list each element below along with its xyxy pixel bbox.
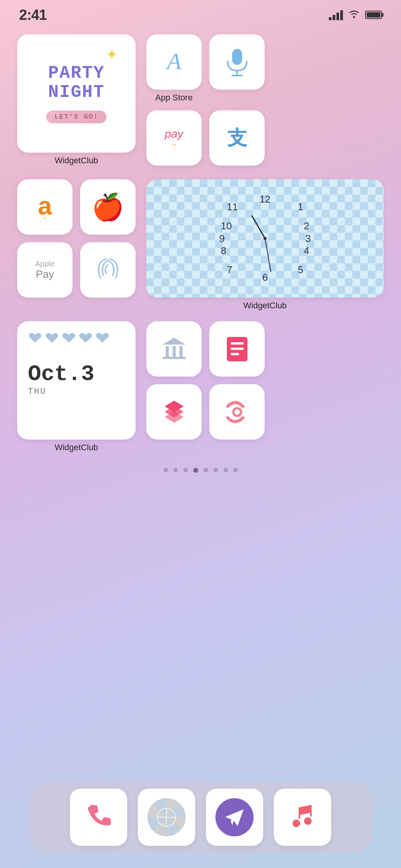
apple-pay-icon[interactable]: Apple Pay bbox=[17, 242, 73, 298]
clock-widget-label: WidgetClub bbox=[146, 301, 384, 311]
clock-4: 4 bbox=[304, 245, 309, 257]
dock-music-icon[interactable] bbox=[274, 789, 331, 846]
calendar-widget-icon[interactable]: Oct.3 THU bbox=[17, 321, 136, 440]
home-screen: ✦ PARTY NIGHT LET'S GO! WidgetClub bbox=[0, 27, 401, 494]
app-store-icon[interactable]: A bbox=[146, 34, 202, 90]
music-svg bbox=[287, 802, 318, 833]
capcut-item[interactable] bbox=[209, 384, 265, 440]
row2-top-icons: a ⌣ 🍎 bbox=[17, 179, 136, 235]
row1: ✦ PARTY NIGHT LET'S GO! WidgetClub bbox=[17, 34, 384, 169]
bank-item[interactable] bbox=[146, 321, 202, 377]
app-store-label: App Store bbox=[146, 93, 202, 103]
amazon-pay-item[interactable]: pay ⌣ bbox=[146, 110, 202, 169]
status-icons bbox=[329, 9, 382, 21]
clock-widget-icon[interactable]: 12 1 2 3 4 5 6 7 8 9 10 11 bbox=[146, 179, 384, 298]
svg-rect-2 bbox=[232, 49, 242, 65]
svg-rect-7 bbox=[173, 346, 176, 357]
clock-widget[interactable]: 12 1 2 3 4 5 6 7 8 9 10 11 bbox=[146, 179, 384, 311]
bank-svg bbox=[159, 334, 189, 364]
telegram-bg bbox=[215, 798, 254, 836]
buffer-item[interactable] bbox=[146, 384, 202, 440]
calendar-widget[interactable]: Oct.3 THU WidgetClub bbox=[17, 321, 136, 453]
amazon-smile: ⌣ bbox=[172, 140, 176, 148]
amazon-tilde: ⌣ bbox=[43, 214, 47, 221]
alipay-item[interactable]: 支 bbox=[209, 110, 265, 169]
row3-top-icons bbox=[146, 321, 384, 377]
clock-12: 12 bbox=[260, 193, 271, 205]
party-line2: NIGHT bbox=[46, 83, 106, 102]
status-time: 2:41 bbox=[19, 7, 47, 23]
dot-2 bbox=[173, 468, 178, 472]
heart3 bbox=[61, 332, 76, 344]
buffer-icon-el[interactable] bbox=[146, 384, 202, 440]
apple-support-icon[interactable]: 🍎 bbox=[80, 179, 136, 235]
left-2x2: a ⌣ 🍎 Apple bbox=[17, 179, 136, 311]
capcut-icon[interactable] bbox=[209, 384, 265, 440]
notes-icon[interactable] bbox=[209, 321, 265, 377]
clock-face: 12 1 2 3 4 5 6 7 8 9 10 11 bbox=[219, 193, 311, 284]
dock-telegram-icon[interactable] bbox=[206, 789, 263, 846]
apple-logo-symbol: 🍎 bbox=[92, 192, 124, 222]
widget-club-party-label: WidgetClub bbox=[17, 156, 136, 166]
widget-party-icon[interactable]: ✦ PARTY NIGHT LET'S GO! bbox=[17, 34, 136, 153]
heart5 bbox=[95, 332, 110, 344]
lets-go-text: LET'S GO! bbox=[54, 113, 98, 121]
appstore-svg: A bbox=[159, 47, 189, 77]
day-text: THU bbox=[28, 387, 94, 396]
dot-7 bbox=[223, 468, 228, 472]
date-text: Oct.3 bbox=[28, 363, 94, 385]
amazon-icon[interactable]: a ⌣ bbox=[17, 179, 73, 235]
row2: a ⌣ 🍎 Apple bbox=[17, 179, 384, 311]
app-store-item[interactable]: A App Store bbox=[146, 34, 202, 103]
apple-pay-item[interactable]: Apple Pay bbox=[17, 242, 73, 298]
heart2 bbox=[45, 332, 59, 344]
hour-hand bbox=[251, 215, 266, 239]
alipay-icon[interactable]: 支 bbox=[209, 110, 265, 166]
lets-go-badge: LET'S GO! bbox=[46, 111, 106, 124]
right-col-top: A App Store bbox=[146, 34, 384, 169]
heart1 bbox=[28, 332, 42, 344]
minute-hand bbox=[265, 238, 272, 272]
dock-safari-icon[interactable] bbox=[138, 789, 195, 846]
amazon-pay-icon[interactable]: pay ⌣ bbox=[146, 110, 202, 166]
svg-rect-11 bbox=[231, 342, 244, 345]
page-dots bbox=[17, 468, 384, 473]
apple-pay-content: Apple Pay bbox=[35, 259, 55, 280]
svg-rect-9 bbox=[163, 357, 186, 359]
notes-item[interactable] bbox=[209, 321, 265, 377]
pay-text: pay bbox=[165, 127, 183, 140]
wifi-icon bbox=[348, 9, 361, 21]
safari-compass bbox=[147, 798, 186, 836]
buffer-svg bbox=[161, 397, 188, 427]
audible-icon[interactable] bbox=[80, 242, 136, 298]
widget-club-party[interactable]: ✦ PARTY NIGHT LET'S GO! WidgetClub bbox=[17, 34, 136, 153]
apple-sm: Apple bbox=[35, 259, 55, 268]
amazon-item[interactable]: a ⌣ bbox=[17, 179, 73, 235]
svg-rect-12 bbox=[231, 348, 244, 350]
dot-4-active bbox=[193, 468, 198, 473]
dot-8 bbox=[233, 468, 238, 472]
clock-center bbox=[264, 237, 267, 240]
clock-8: 8 bbox=[221, 245, 226, 257]
audible-item[interactable] bbox=[80, 242, 136, 298]
clock-5: 5 bbox=[298, 264, 303, 276]
dot-6 bbox=[213, 468, 218, 472]
clock-2: 2 bbox=[304, 220, 309, 232]
clock-11: 11 bbox=[227, 201, 238, 213]
microphone-item[interactable] bbox=[209, 34, 265, 103]
icon-row-top: A App Store bbox=[146, 34, 384, 103]
microphone-icon[interactable] bbox=[209, 34, 265, 90]
right-2x2 bbox=[146, 321, 384, 453]
icon-row-bottom: pay ⌣ 支 bbox=[146, 110, 384, 169]
dock-phone-icon[interactable] bbox=[70, 789, 127, 846]
telegram-paper-plane bbox=[223, 807, 246, 828]
svg-point-21 bbox=[293, 820, 300, 827]
status-bar: 2:41 bbox=[0, 0, 401, 27]
row3-bottom-icons bbox=[146, 384, 384, 440]
apple-support-item[interactable]: 🍎 bbox=[80, 179, 136, 235]
bank-icon[interactable] bbox=[146, 321, 202, 377]
svg-point-17 bbox=[233, 408, 241, 416]
dock bbox=[29, 782, 372, 853]
clock-7: 7 bbox=[227, 264, 232, 276]
clock-3: 3 bbox=[306, 233, 311, 245]
